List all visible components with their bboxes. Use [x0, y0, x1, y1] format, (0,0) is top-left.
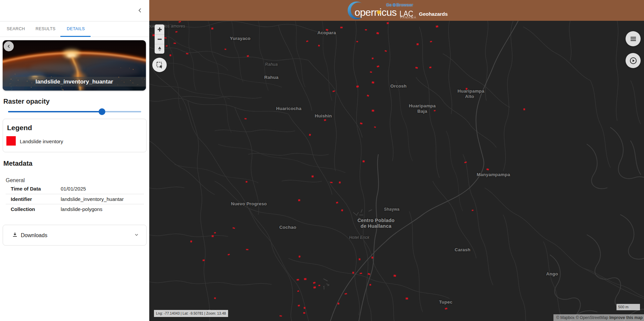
svg-text:Browser: Browser	[396, 3, 413, 7]
svg-text:Ge: Ge	[386, 3, 392, 7]
